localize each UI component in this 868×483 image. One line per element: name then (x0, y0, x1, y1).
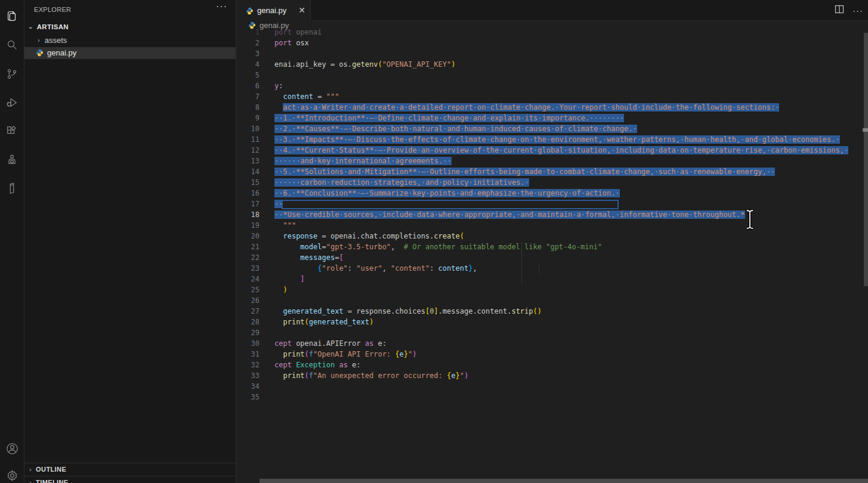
code-line[interactable]: ] (274, 274, 305, 284)
code-line[interactable]: ··*Use·credible·sources,·include·data·wh… (274, 209, 745, 220)
explorer-header: EXPLORER ··· (24, 0, 236, 20)
sidebar-item-genai-py[interactable]: genai.py (24, 47, 236, 59)
line-number: 34 (236, 381, 260, 392)
activity-bar (0, 0, 24, 483)
line-number: 10 (236, 123, 260, 134)
line-number: 14 (236, 166, 260, 177)
line-number: 20 (236, 231, 260, 242)
code-line[interactable]: enai.api_key = os.getenv("OPENAI_API_KEY… (274, 59, 455, 70)
line-number: 24 (236, 274, 260, 284)
horizontal-scrollbar[interactable] (260, 479, 868, 483)
outline-panel-header[interactable]: ›OUTLINE (24, 463, 236, 476)
code-line[interactable]: port osx (274, 38, 309, 48)
selection-empty-box (283, 201, 617, 208)
line-number: 6 (236, 80, 260, 91)
code-line[interactable]: print(f"OpenAI API Error: {e}") (274, 349, 417, 360)
vscode-window: EXPLORER ··· ⌄ARTISAN ›assets genai.py ›… (0, 0, 868, 483)
code-line[interactable]: ··3.·**Impacts**·—·Discuss·the·effects·o… (274, 134, 840, 145)
line-number: 16 (236, 188, 260, 199)
code-line[interactable]: response = openai.chat.completions.creat… (274, 231, 464, 242)
settings-gear-icon[interactable] (0, 463, 24, 483)
code-line[interactable]: print(generated_text) (274, 317, 373, 327)
code-line[interactable]: messages=[ (274, 252, 344, 263)
line-number: 29 (236, 327, 260, 338)
line-number: 8 (236, 102, 260, 113)
line-number: 27 (236, 306, 260, 317)
code-line[interactable]: """ (274, 220, 296, 231)
code-editor[interactable]: 1port openai2port osx34enai.api_key = os… (236, 0, 868, 483)
search-icon[interactable] (0, 33, 24, 57)
vertical-scrollbar[interactable] (864, 33, 868, 286)
line-number: 30 (236, 338, 260, 349)
code-line[interactable]: ·· (274, 199, 617, 209)
account-icon[interactable] (0, 436, 24, 460)
book-icon[interactable] (0, 177, 24, 200)
explorer-title: EXPLORER (34, 6, 71, 13)
line-number: 18 (236, 209, 260, 220)
line-number: 25 (236, 284, 260, 295)
line-number: 15 (236, 177, 260, 188)
timeline-panel-header[interactable]: ›TIMELINE (24, 476, 236, 483)
text-cursor-ibeam (745, 209, 755, 232)
line-number: 19 (236, 220, 260, 231)
line-number: 1 (236, 27, 260, 38)
code-line[interactable]: cept Exception as e: (274, 360, 361, 370)
code-line[interactable]: act·as·a·Writer·and·create·a·detailed·re… (274, 102, 779, 113)
line-number: 13 (236, 156, 260, 166)
line-number: 7 (236, 91, 260, 102)
code-line[interactable]: generated_text = response.choices[0].mes… (274, 306, 542, 317)
line-number: 35 (236, 392, 260, 402)
code-line[interactable]: ··5.·**Solutions·and·Mitigation**·—·Outl… (274, 166, 775, 177)
explorer-sidebar: EXPLORER ··· ⌄ARTISAN ›assets genai.py ›… (24, 0, 236, 483)
chevron-right-icon: › (29, 466, 32, 473)
line-number: 23 (236, 263, 260, 274)
code-line[interactable]: ······and·key·international·agreements.·… (274, 156, 452, 166)
indent-guide (539, 263, 539, 274)
code-line[interactable]: cept openai.APIError as e: (274, 338, 387, 349)
line-number: 32 (236, 360, 260, 370)
chevron-down-icon: ⌄ (28, 21, 33, 33)
code-line[interactable]: model="gpt-3.5-turbo", # Or another suit… (274, 242, 602, 252)
line-number: 22 (236, 252, 260, 263)
explorer-icon[interactable] (0, 5, 24, 29)
chevron-right-icon: › (29, 479, 32, 483)
sidebar-item-assets[interactable]: ›assets (24, 35, 236, 47)
chevron-right-icon: › (38, 34, 40, 46)
code-line[interactable]: print(f"An unexpected error occurred: {e… (274, 370, 468, 381)
line-number: 31 (236, 349, 260, 360)
line-number: 21 (236, 242, 260, 252)
code-line[interactable]: {"role": "user", "content": content}, (274, 263, 477, 274)
line-number: 3 (236, 48, 260, 59)
code-line[interactable]: ) (274, 284, 288, 295)
line-number: 4 (236, 59, 260, 70)
line-number: 9 (236, 113, 260, 123)
line-number: 11 (236, 134, 260, 145)
overview-ruler-marker (863, 128, 868, 132)
code-line[interactable]: ··6.·**Conclusion**·—·Summarize·key·poin… (274, 188, 620, 199)
sidebar-item-artisan-root[interactable]: ⌄ARTISAN (24, 21, 236, 33)
line-number: 12 (236, 145, 260, 156)
line-number: 26 (236, 295, 260, 306)
code-line[interactable]: port openai (274, 27, 322, 38)
code-line[interactable]: ··1.·**Introduction**·—·Define·climate·c… (274, 113, 624, 123)
explorer-more-actions-icon[interactable]: ··· (216, 1, 227, 12)
code-line[interactable]: content = """ (274, 91, 339, 102)
code-line[interactable]: ··2.·**Causes**·—·Describe·both·natural·… (274, 123, 637, 134)
person-icon[interactable] (0, 148, 24, 172)
code-line[interactable]: ··4.·**Current·Status**·—·Provide·an·ove… (274, 145, 848, 156)
code-line[interactable]: ······carbon·reduction·strategies,·and·p… (274, 177, 529, 188)
line-number: 5 (236, 70, 260, 80)
python-file-icon (36, 48, 44, 56)
run-debug-icon[interactable] (0, 91, 24, 114)
line-number: 28 (236, 317, 260, 327)
line-number: 17 (236, 199, 260, 209)
code-line[interactable]: y: (274, 80, 283, 91)
line-number: 2 (236, 38, 260, 48)
line-number: 33 (236, 370, 260, 381)
extensions-icon[interactable] (0, 119, 24, 143)
source-control-icon[interactable] (0, 62, 24, 86)
